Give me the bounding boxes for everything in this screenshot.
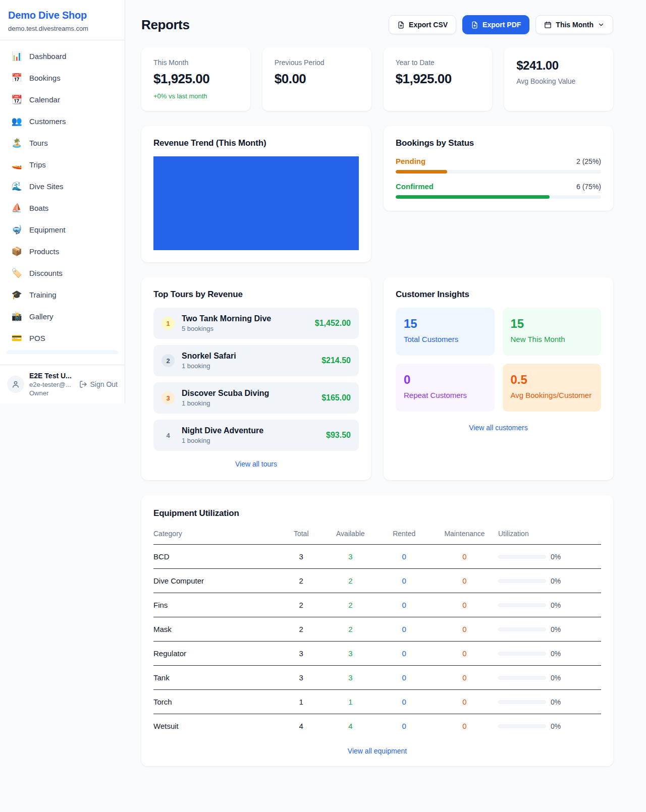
sidebar-item-label: POS	[29, 334, 45, 342]
cell-total: 1	[279, 690, 324, 714]
people-icon: 👥	[11, 117, 22, 126]
shop-domain: demo.test.divestreams.com	[8, 25, 117, 32]
cell-maintenance: 0	[431, 569, 498, 593]
sidebar-item-training[interactable]: 🎓 Training	[5, 284, 120, 306]
sailboat-icon: ⛵	[11, 204, 22, 212]
tour-revenue: $1,452.00	[315, 319, 351, 328]
tour-bookings: 1 booking	[182, 362, 314, 370]
revenue-trend-card: Revenue Trend (This Month)	[141, 126, 371, 262]
insight-label: Total Customers	[404, 335, 487, 343]
insight-label: Repeat Customers	[404, 391, 487, 399]
utilization-pct: 0%	[551, 553, 561, 561]
col-maintenance: Maintenance	[431, 526, 498, 545]
view-all-tours-link[interactable]: View all tours	[235, 460, 277, 468]
cell-utilization: 0%	[498, 545, 601, 569]
insight-value: 15	[404, 317, 487, 331]
cell-rented: 0	[378, 642, 431, 666]
status-head: Confirmed 6 (75%)	[396, 182, 601, 191]
sidebar-item-gallery[interactable]: 📸 Gallery	[5, 306, 120, 327]
status-head: Pending 2 (25%)	[396, 157, 601, 165]
main-content: Reports Export CSV Export PDF	[125, 0, 646, 806]
status-bar-fill	[396, 195, 550, 199]
utilization-bar	[498, 724, 546, 728]
export-pdf-button[interactable]: Export PDF	[462, 15, 529, 34]
status-label: Pending	[396, 157, 425, 165]
island-icon: 🏝️	[11, 139, 22, 147]
equipment-row-wetsuit: Wetsuit 4 4 0 0 0%	[153, 714, 601, 738]
insights-row: Top Tours by Revenue 1 Two Tank Morning …	[141, 277, 613, 480]
view-all-equipment-link[interactable]: View all equipment	[348, 747, 407, 755]
sidebar-item-bookings[interactable]: 📅 Bookings	[5, 67, 120, 89]
export-csv-label: Export CSV	[409, 21, 448, 29]
insight-tile-new-this-month: 15 New This Month	[503, 308, 602, 356]
cell-available: 1	[324, 690, 377, 714]
sidebar-item-customers[interactable]: 👥 Customers	[5, 110, 120, 132]
sidebar-item-label: Dashboard	[29, 52, 66, 61]
equipment-utilization-card: Equipment Utilization Category Total Ava…	[141, 495, 613, 766]
stat-card-year-to-date: Year to Date $1,925.00	[384, 47, 493, 111]
sidebar-item-tours[interactable]: 🏝️ Tours	[5, 132, 120, 154]
sidebar-item-reports-active-partial[interactable]	[6, 350, 119, 354]
sidebar-item-label: Tours	[29, 139, 48, 147]
credit-card-icon: 💳	[11, 334, 22, 342]
cell-total: 2	[279, 593, 324, 617]
equipment-row-tank: Tank 3 3 0 0 0%	[153, 666, 601, 690]
insight-value: 0	[404, 373, 487, 387]
tour-list: 1 Two Tank Morning Dive 5 bookings $1,45…	[153, 308, 359, 451]
cell-maintenance: 0	[431, 593, 498, 617]
cell-available: 3	[324, 666, 377, 690]
tear-off-calendar-icon: 📆	[11, 95, 22, 104]
sidebar-item-pos[interactable]: 💳 POS	[5, 327, 120, 349]
cell-available: 2	[324, 569, 377, 593]
rank-badge: 2	[162, 354, 175, 367]
export-csv-button[interactable]: Export CSV	[389, 15, 456, 34]
sidebar-item-discounts[interactable]: 🏷️ Discounts	[5, 262, 120, 284]
utilization-bar	[498, 555, 546, 559]
revenue-trend-title: Revenue Trend (This Month)	[153, 138, 359, 148]
sidebar-item-products[interactable]: 📦 Products	[5, 241, 120, 262]
cell-category: Tank	[153, 666, 279, 690]
status-bar-fill	[396, 170, 447, 173]
cell-available: 3	[324, 545, 377, 569]
sidebar-item-dive-sites[interactable]: 🌊 Dive Sites	[5, 176, 120, 197]
equipment-row-fins: Fins 2 2 0 0 0%	[153, 593, 601, 617]
cell-category: Fins	[153, 593, 279, 617]
sidebar-item-trips[interactable]: 🚤 Trips	[5, 154, 120, 176]
utilization-pct: 0%	[551, 722, 561, 730]
view-all-customers-link[interactable]: View all customers	[469, 424, 527, 432]
status-bar-track	[396, 195, 601, 199]
period-dropdown[interactable]: This Month	[535, 15, 613, 34]
cell-rented: 0	[378, 545, 431, 569]
stat-value: $1,925.00	[153, 71, 238, 87]
stat-delta: +0% vs last month	[153, 92, 238, 100]
sidebar-item-equipment[interactable]: 🤿 Equipment	[5, 219, 120, 241]
chevron-down-icon	[598, 21, 605, 28]
stat-label: Year to Date	[396, 59, 480, 67]
wave-icon: 🌊	[11, 182, 22, 191]
cell-utilization: 0%	[498, 714, 601, 738]
charts-row: Revenue Trend (This Month) Bookings by S…	[141, 126, 613, 262]
cell-rented: 0	[378, 714, 431, 738]
cell-rented: 0	[378, 690, 431, 714]
cell-category: Regulator	[153, 642, 279, 666]
cell-maintenance: 0	[431, 617, 498, 642]
tour-row: 1 Two Tank Morning Dive 5 bookings $1,45…	[153, 308, 359, 339]
cell-available: 2	[324, 617, 377, 642]
sign-out-button[interactable]: Sign Out	[79, 380, 118, 388]
equipment-header-row: Category Total Available Rented Maintena…	[153, 526, 601, 545]
equipment-utilization-title: Equipment Utilization	[153, 508, 601, 518]
sidebar-item-dashboard[interactable]: 📊 Dashboard	[5, 45, 120, 67]
camera-icon: 📸	[11, 312, 22, 321]
customer-insights-title: Customer Insights	[396, 289, 601, 300]
page-header: Reports Export CSV Export PDF	[141, 15, 613, 34]
tour-main: Night Dive Adventure 1 booking	[182, 426, 319, 444]
customer-insights-card: Customer Insights 15 Total Customers 15 …	[384, 277, 613, 480]
tour-main: Snorkel Safari 1 booking	[182, 352, 314, 370]
sidebar-item-boats[interactable]: ⛵ Boats	[5, 197, 120, 219]
cell-total: 2	[279, 617, 324, 642]
sidebar-item-calendar[interactable]: 📆 Calendar	[5, 89, 120, 110]
insight-value: 0.5	[511, 373, 594, 387]
header-controls: Export CSV Export PDF This Month	[389, 15, 613, 34]
export-pdf-label: Export PDF	[482, 21, 521, 29]
utilization-pct: 0%	[551, 650, 561, 658]
